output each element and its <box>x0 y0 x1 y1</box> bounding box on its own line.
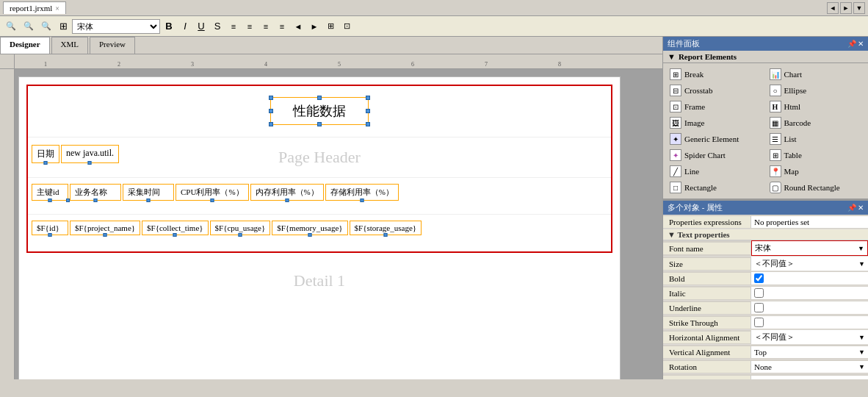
prop-size-value[interactable]: ＜不同值＞ ▼ <box>751 257 868 271</box>
element-map[interactable]: 📍 Map <box>766 163 866 179</box>
file-tab[interactable]: report1.jrxml × <box>3 1 66 14</box>
title-section: 性能数据 <box>28 86 611 137</box>
align-justify-button[interactable]: ≡ <box>275 19 289 34</box>
report-title-box[interactable]: 性能数据 <box>270 97 369 125</box>
column-headers-row: 主键id 业务名称 采集时间 <box>28 178 611 207</box>
strikethrough-button[interactable]: S <box>210 19 225 34</box>
underline-button[interactable]: U <box>194 19 209 34</box>
line-spacing-dropdown-icon[interactable]: ▼ <box>858 378 865 380</box>
indent-button[interactable]: ◄ <box>291 19 305 34</box>
col-header-0[interactable]: 主键id <box>32 184 68 201</box>
col-header-3[interactable]: CPU利用率（%） <box>176 184 249 201</box>
report-title: 性能数据 <box>293 104 346 118</box>
prop-rotation-value[interactable]: None ▼ <box>751 361 868 373</box>
element-line[interactable]: ╱ Line <box>666 163 766 179</box>
element-spider[interactable]: ✦ Spider Chart <box>666 147 766 163</box>
element-barcode[interactable]: ▦ Barcode <box>766 115 866 131</box>
element-break[interactable]: ⊞ Break <box>666 66 766 82</box>
detail-field-4[interactable]: $F{memory_usage} <box>272 221 347 235</box>
prop-font-name-value[interactable]: 宋体 ▼ <box>751 240 868 256</box>
prop-v-align-row: Vertical Alignment Top ▼ <box>663 345 868 360</box>
props-pin-icon[interactable]: 📌 <box>847 204 856 212</box>
element-image[interactable]: 🖼 Image <box>666 115 766 131</box>
font-name-dropdown-icon[interactable]: ▼ <box>858 245 864 252</box>
detail-field-0[interactable]: $F{id} <box>32 221 68 235</box>
extra2-button[interactable]: ⊡ <box>339 19 354 34</box>
nav-down-button[interactable]: ▼ <box>853 2 865 14</box>
h-align-dropdown-icon[interactable]: ▼ <box>858 334 865 341</box>
tab-xml[interactable]: XML <box>51 37 88 54</box>
image-icon: 🖼 <box>670 117 681 129</box>
prop-line-spacing-value[interactable]: Single ▼ <box>751 376 868 380</box>
outdent-button[interactable]: ► <box>307 19 322 34</box>
prop-underline-value[interactable] <box>751 301 868 314</box>
prop-bold-value[interactable] <box>751 272 868 285</box>
element-frame[interactable]: ⊡ Frame <box>666 99 766 115</box>
align-left-button[interactable]: ≡ <box>226 19 241 34</box>
nav-right-button[interactable]: ► <box>840 2 852 14</box>
prop-italic-value[interactable] <box>751 287 868 299</box>
element-ellipse[interactable]: ○ Ellipse <box>766 82 866 99</box>
field-cell-date2[interactable]: new java.util. <box>61 145 119 163</box>
ruler-horizontal: 1 2 3 4 5 6 7 8 <box>0 54 662 69</box>
element-crosstab[interactable]: ⊟ Crosstab <box>666 82 766 99</box>
col-header-5[interactable]: 存储利用率（%） <box>325 184 399 201</box>
tab-preview[interactable]: Preview <box>90 37 135 54</box>
rotation-dropdown-icon[interactable]: ▼ <box>858 363 865 371</box>
detail-field-1[interactable]: $F{project_name} <box>70 221 140 235</box>
font-name-select[interactable]: 宋体 <box>72 19 160 34</box>
right-panel: 组件面板 📌 ✕ ▼ Report Elements ⊞ Break 📊 Cha… <box>662 37 868 379</box>
element-table[interactable]: ⊞ Table <box>766 147 866 163</box>
prop-font-name-row: Font name 宋体 ▼ <box>663 240 868 257</box>
element-rectangle[interactable]: □ Rectangle <box>666 179 766 196</box>
underline-checkbox[interactable] <box>754 303 764 312</box>
prop-strike-through-value[interactable] <box>751 316 868 329</box>
chart-icon: 📊 <box>770 68 781 80</box>
element-generic[interactable]: ✦ Generic Element <box>666 131 766 147</box>
props-close-icon[interactable]: ✕ <box>858 204 864 212</box>
nav-left-button[interactable]: ◄ <box>827 2 839 14</box>
prop-v-align-value[interactable]: Top ▼ <box>751 346 868 358</box>
align-center-button[interactable]: ≡ <box>242 19 257 34</box>
italic-checkbox[interactable] <box>754 288 764 298</box>
canvas-scroll[interactable]: 1 2 3 4 5 6 7 8 <box>0 54 662 379</box>
crosstab-icon: ⊟ <box>670 85 681 96</box>
extra1-button[interactable]: ⊞ <box>323 19 338 34</box>
prop-rotation-label: Rotation <box>663 361 751 373</box>
break-icon: ⊞ <box>670 68 681 80</box>
element-html[interactable]: H Html <box>766 99 866 115</box>
strike-through-checkbox[interactable] <box>754 318 764 327</box>
fit-button[interactable]: ⊞ <box>56 19 70 34</box>
col-header-4[interactable]: 内存利用率（%） <box>250 184 324 201</box>
report-elements-title: ▼ Report Elements <box>663 51 868 63</box>
close-tab-button[interactable]: × <box>55 4 59 12</box>
prop-h-align-value[interactable]: ＜不同值＞ ▼ <box>751 330 868 344</box>
element-list[interactable]: ☰ List <box>766 131 866 147</box>
designer-tabs: Designer XML Preview <box>0 37 662 54</box>
generic-icon: ✦ <box>670 133 681 145</box>
size-dropdown-icon[interactable]: ▼ <box>858 260 865 268</box>
v-align-dropdown-icon[interactable]: ▼ <box>858 348 865 356</box>
col-header-1[interactable]: 业务名称 <box>70 184 121 201</box>
align-right-button[interactable]: ≡ <box>258 19 273 34</box>
detail-field-5[interactable]: $F{storage_usage} <box>350 221 422 235</box>
collapse-icon[interactable]: ▼ <box>668 230 676 239</box>
panel-close-icon[interactable]: ✕ <box>858 40 864 48</box>
canvas-body: 性能数据 <box>0 69 662 379</box>
col-header-2[interactable]: 采集时间 <box>123 184 174 201</box>
detail-fields-row: $F{id} $F{project_name} $F{collect_time} <box>28 215 611 241</box>
bold-button[interactable]: B <box>162 19 176 34</box>
element-chart[interactable]: 📊 Chart <box>766 66 866 82</box>
tab-designer[interactable]: Designer <box>0 37 50 54</box>
zoom-100-button[interactable]: 🔍 <box>38 19 54 34</box>
field-cell-date[interactable]: 日期 <box>32 145 59 163</box>
zoom-out-button[interactable]: 🔍 <box>3 19 19 34</box>
bold-checkbox[interactable] <box>754 273 764 283</box>
detail-field-3[interactable]: $F{cpu_usage} <box>210 221 271 235</box>
italic-button[interactable]: I <box>178 19 192 34</box>
zoom-in-button[interactable]: 🔍 <box>21 19 37 34</box>
element-round-rectangle[interactable]: ▢ Round Rectangle <box>766 179 866 196</box>
panel-pin-icon[interactable]: 📌 <box>847 40 856 48</box>
detail-field-2[interactable]: $F{collect_time} <box>142 221 209 235</box>
canvas-area[interactable]: Designer XML Preview 1 2 3 4 5 6 7 8 <box>0 37 662 379</box>
